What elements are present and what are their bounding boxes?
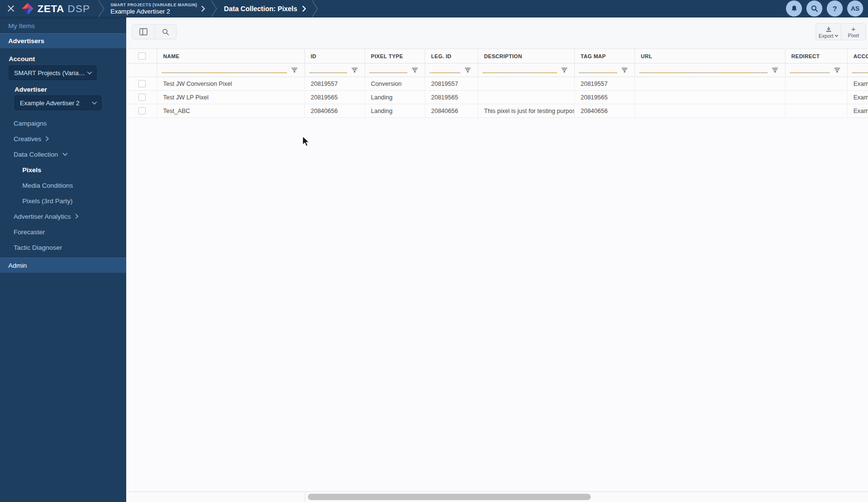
- column-header-leg-id[interactable]: LEG. ID: [425, 49, 478, 63]
- table-row[interactable]: Test_ABC 20840656 Landing 20840656 This …: [127, 104, 868, 118]
- table-row[interactable]: Test JW Conversion Pixel 20819557 Conver…: [127, 77, 868, 91]
- column-header-pixel-type[interactable]: PIXEL TYPE: [365, 49, 425, 63]
- zeta-dsp-logo[interactable]: ZETA DSP: [21, 2, 98, 15]
- advertiser-select-value: Example Advertiser 2: [20, 99, 90, 107]
- pixel-label: Pixel: [848, 32, 859, 38]
- filter-input-description[interactable]: [483, 72, 557, 73]
- nav-label: Advertiser Analytics: [14, 213, 71, 220]
- top-bar: ZETA DSP SMART PROJECTS (VARIABLE MARGIN…: [0, 0, 868, 17]
- filter-input-tag-map[interactable]: [579, 72, 617, 73]
- column-header-account[interactable]: ACCOUNT: [848, 49, 868, 63]
- sidebar-item-advertiser-analytics[interactable]: Advertiser Analytics: [0, 209, 126, 224]
- filter-input-leg-id[interactable]: [430, 72, 460, 73]
- cell-account: Example A: [848, 104, 868, 117]
- column-chooser-icon[interactable]: [133, 25, 154, 39]
- app-screen: ZETA DSP SMART PROJECTS (VARIABLE MARGIN…: [0, 0, 868, 502]
- sidebar-item-campaigns[interactable]: Campaigns: [0, 115, 126, 131]
- user-avatar[interactable]: AS: [847, 0, 863, 16]
- row-checkbox[interactable]: [138, 107, 146, 114]
- nav-label: Pixels: [22, 166, 41, 174]
- breadcrumb-page-title[interactable]: Data Collection: Pixels: [224, 5, 297, 13]
- grid-toolbar-left: [132, 24, 177, 39]
- breadcrumb-separator: [311, 0, 319, 17]
- account-label: Account: [9, 55, 126, 63]
- sidebar-item-media-conditions[interactable]: Media Conditions: [0, 178, 126, 193]
- cell-account: Example A: [848, 77, 868, 90]
- nav-label: Creatives: [14, 135, 41, 143]
- chevron-down-icon: [92, 101, 97, 105]
- sidebar-item-pixels[interactable]: Pixels: [0, 162, 126, 178]
- filter-icon[interactable]: [561, 67, 568, 73]
- close-icon[interactable]: [0, 5, 21, 12]
- account-select[interactable]: SMART Projects (Variable M...: [9, 65, 97, 80]
- breadcrumb-account-advertiser[interactable]: SMART PROJECTS (VARIABLE MARGIN) Example…: [110, 2, 197, 15]
- filter-input-id[interactable]: [309, 72, 347, 73]
- column-header-name[interactable]: NAME: [157, 49, 305, 63]
- filter-icon[interactable]: [834, 67, 840, 73]
- plus-icon: +: [851, 26, 856, 32]
- cell-url: [635, 91, 785, 104]
- column-header-id[interactable]: ID: [305, 49, 365, 63]
- filter-input-url[interactable]: [639, 72, 768, 73]
- sidebar-item-tactic-diagnoser[interactable]: Tactic Diagnoser: [0, 240, 126, 255]
- cell-tag-map: 20819565: [575, 91, 635, 104]
- filter-icon[interactable]: [465, 67, 471, 73]
- cell-pixel-type: Landing: [365, 104, 425, 117]
- sidebar-item-advertisers[interactable]: Advertisers: [0, 33, 126, 49]
- sidebar-item-data-collection[interactable]: Data Collection: [0, 146, 126, 162]
- row-checkbox[interactable]: [138, 80, 146, 87]
- chevron-right-icon: [75, 213, 79, 219]
- column-header-tag-map[interactable]: TAG MAP: [575, 49, 635, 63]
- advertiser-select[interactable]: Example Advertiser 2: [15, 96, 101, 110]
- cell-description: [478, 77, 575, 90]
- cell-account: Example A: [848, 91, 868, 104]
- filter-input-name[interactable]: [162, 72, 287, 73]
- export-button[interactable]: Export: [816, 24, 841, 40]
- sidebar-item-forecaster[interactable]: Forecaster: [0, 224, 126, 240]
- chevron-down-icon: [87, 71, 92, 75]
- grid-search-icon[interactable]: [154, 25, 176, 39]
- chevron-right-icon[interactable]: [302, 5, 306, 12]
- locked-column-divider: [305, 492, 305, 502]
- column-header-description[interactable]: DESCRIPTION: [478, 49, 575, 63]
- sidebar-item-admin[interactable]: Admin: [0, 258, 126, 273]
- horizontal-scrollbar[interactable]: [127, 491, 868, 502]
- filter-icon[interactable]: [772, 67, 778, 73]
- filter-icon[interactable]: [412, 67, 418, 73]
- chevron-right-icon: [45, 136, 49, 142]
- sidebar-item-pixels-3rd-party[interactable]: Pixels (3rd Party): [0, 193, 126, 209]
- help-icon[interactable]: ?: [827, 0, 843, 16]
- filter-icon[interactable]: [351, 67, 358, 73]
- sidebar-item-creatives[interactable]: Creatives: [0, 131, 126, 146]
- nav-label: Media Conditions: [22, 182, 73, 189]
- breadcrumb-account-label: SMART PROJECTS (VARIABLE MARGIN): [110, 2, 197, 7]
- advertiser-label: Advertiser: [15, 86, 126, 94]
- filter-input-redirect[interactable]: [790, 72, 830, 73]
- cell-url: [635, 77, 785, 90]
- nav-label: Tactic Diagnoser: [14, 244, 62, 251]
- filter-icon[interactable]: [621, 67, 628, 73]
- cell-redirect: [785, 77, 848, 90]
- row-checkbox[interactable]: [138, 94, 146, 101]
- column-header-url[interactable]: URL: [635, 49, 785, 63]
- filter-input-account[interactable]: [852, 72, 868, 73]
- cell-id: 20840656: [305, 104, 365, 117]
- search-icon[interactable]: [806, 0, 822, 16]
- table-row[interactable]: Test JW LP Pixel 20819565 Landing 208195…: [127, 91, 868, 104]
- add-pixel-button[interactable]: + Pixel: [841, 24, 866, 40]
- chevron-down-icon: [835, 34, 838, 37]
- cell-leg-id: 20819557: [425, 77, 478, 90]
- scrollbar-thumb[interactable]: [308, 494, 591, 500]
- filter-icon[interactable]: [291, 67, 298, 73]
- account-select-value: SMART Projects (Variable M...: [14, 69, 85, 77]
- sidebar-nav: Campaigns Creatives Data Collection Pixe…: [0, 115, 126, 255]
- cell-leg-id: 20840656: [425, 104, 478, 117]
- column-header-redirect[interactable]: REDIRECT: [785, 49, 848, 63]
- filter-input-pixel-type[interactable]: [369, 72, 407, 73]
- notifications-bell-icon[interactable]: [786, 0, 802, 16]
- nav-label: Forecaster: [14, 228, 45, 236]
- chevron-right-icon[interactable]: [201, 5, 205, 12]
- select-all-checkbox[interactable]: [138, 52, 146, 60]
- sidebar-item-my-items[interactable]: My Items: [0, 18, 126, 33]
- sidebar: My Items Advertisers Account SMART Proje…: [0, 17, 126, 502]
